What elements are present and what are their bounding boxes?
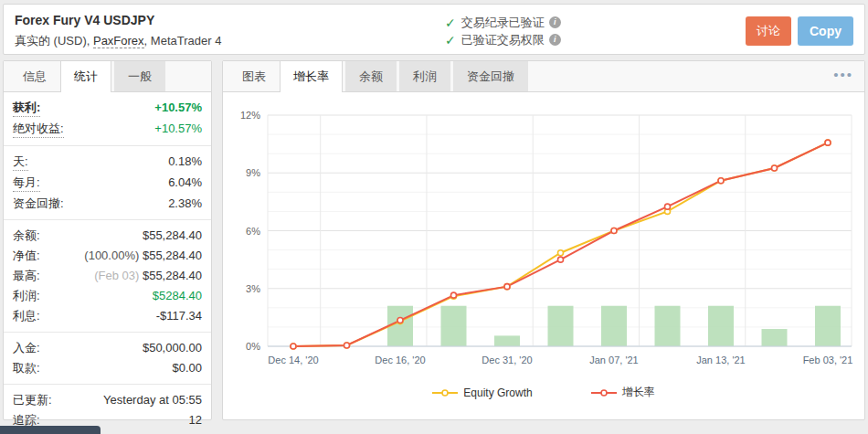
stat-label: 入金: bbox=[13, 340, 40, 356]
data-point bbox=[344, 343, 350, 348]
chart-panel: 图表增长率余额利润资金回撤••• 0%3%6%9%12%Dec 14, '20D… bbox=[222, 60, 865, 420]
legend-item[interactable]: Equity Growth bbox=[432, 385, 532, 400]
stat-value: $5284.40 bbox=[153, 288, 202, 304]
bar-8 bbox=[708, 306, 734, 346]
stat-label: 余额: bbox=[13, 228, 40, 244]
tab-statistics[interactable]: 统计 bbox=[60, 61, 111, 92]
x-axis-tick: Dec 14, '20 bbox=[268, 355, 318, 365]
data-point bbox=[504, 284, 510, 290]
data-point bbox=[665, 204, 671, 209]
divider bbox=[4, 384, 211, 385]
divider bbox=[4, 145, 211, 146]
check-icon: ✓ bbox=[445, 33, 456, 48]
stat-value: (100.00%) $55,284.40 bbox=[84, 248, 202, 264]
discuss-button[interactable]: 讨论 bbox=[746, 16, 791, 46]
copy-button[interactable]: Copy bbox=[798, 16, 853, 46]
tab-general[interactable]: 一般 bbox=[114, 61, 165, 91]
stat-value: $50,000.00 bbox=[143, 340, 202, 356]
stats-panel: 信息统计一般 获利:+10.57%绝对收益:+10.57%天:0.18%每月:6… bbox=[3, 60, 212, 420]
tab-chart[interactable]: 图表 bbox=[228, 61, 280, 91]
stat-label[interactable]: 获利: bbox=[13, 100, 40, 117]
data-point bbox=[611, 228, 617, 234]
stat-row-daily: 天:0.18% bbox=[4, 152, 211, 173]
stat-value-prefix: (Feb 03) bbox=[94, 269, 143, 282]
account-header: Forex Fury V4 USDJPY 真实的 (USD), PaxForex… bbox=[3, 4, 865, 55]
chart-legend: Equity Growth增长率 bbox=[223, 385, 864, 400]
verification-row: ✓交易纪录已验证i bbox=[445, 14, 561, 31]
data-point bbox=[825, 140, 831, 145]
legend-marker-icon bbox=[432, 388, 458, 397]
stat-value: +10.57% bbox=[154, 121, 202, 137]
stat-row-withdrawals: 取款:$0.00 bbox=[4, 358, 211, 378]
info-icon[interactable]: i bbox=[549, 34, 561, 46]
stat-label[interactable]: 每月: bbox=[13, 175, 40, 192]
stat-value: $55,284.40 bbox=[143, 228, 202, 244]
tab-growth[interactable]: 增长率 bbox=[280, 61, 343, 92]
y-axis-tick: 9% bbox=[246, 167, 260, 178]
stat-label[interactable]: 绝对收益: bbox=[13, 121, 64, 138]
stat-label: 取款: bbox=[13, 360, 40, 376]
stats-list: 获利:+10.57%绝对收益:+10.57%天:0.18%每月:6.04%资金回… bbox=[4, 92, 211, 430]
stat-row-monthly: 每月:6.04% bbox=[4, 173, 211, 194]
stat-row-balance: 余额:$55,284.40 bbox=[4, 226, 211, 246]
stat-value: 6.04% bbox=[168, 175, 202, 191]
stat-row-equity: 净值:(100.00%) $55,284.40 bbox=[4, 246, 211, 266]
legend-item[interactable]: 增长率 bbox=[591, 385, 655, 400]
stat-label: 利润: bbox=[13, 288, 40, 304]
stat-row-profit: 利润:$5284.40 bbox=[4, 286, 211, 306]
stat-value: +10.57% bbox=[154, 100, 202, 116]
platform-label: , MetaTrader 4 bbox=[144, 34, 222, 48]
stat-label[interactable]: 天: bbox=[13, 153, 28, 171]
legend-label: Equity Growth bbox=[463, 386, 532, 399]
divider bbox=[4, 332, 211, 333]
x-axis-tick: Jan 07, '21 bbox=[589, 355, 638, 365]
verification-label: 交易纪录已验证 bbox=[461, 15, 545, 31]
stat-value-prefix: (100.00%) bbox=[84, 249, 143, 262]
info-icon[interactable]: i bbox=[549, 16, 561, 28]
tab-drawdown[interactable]: 资金回撤 bbox=[453, 61, 528, 91]
stat-label: 最高: bbox=[13, 268, 40, 284]
stat-value: Yesterday at 05:55 bbox=[103, 392, 202, 408]
data-point bbox=[558, 257, 564, 262]
stat-label: 已更新: bbox=[13, 392, 52, 408]
stat-label: 利息: bbox=[13, 308, 40, 324]
tab-info[interactable]: 信息 bbox=[9, 61, 60, 91]
stat-label: 资金回撤: bbox=[13, 196, 64, 212]
stat-value: (Feb 03) $55,284.40 bbox=[94, 268, 202, 284]
divider bbox=[4, 219, 211, 220]
chart-tabbar: 图表增长率余额利润资金回撤••• bbox=[223, 61, 864, 92]
bar-5 bbox=[548, 306, 574, 346]
growth-chart: 0%3%6%9%12%Dec 14, '20Dec 16, '20Dec 31,… bbox=[223, 92, 864, 400]
tab-profit[interactable]: 利润 bbox=[399, 61, 450, 91]
chart-canvas: 0%3%6%9%12%Dec 14, '20Dec 16, '20Dec 31,… bbox=[223, 92, 864, 374]
legend-marker-icon bbox=[591, 388, 617, 397]
account-type: 真实的 (USD), bbox=[15, 34, 90, 48]
stat-row-highest: 最高:(Feb 03) $55,284.40 bbox=[4, 266, 211, 286]
tab-balance[interactable]: 余额 bbox=[345, 61, 397, 91]
data-point bbox=[558, 250, 564, 256]
x-axis-tick: Dec 31, '20 bbox=[482, 355, 532, 365]
stat-row-abs-gain: 绝对收益:+10.57% bbox=[4, 119, 211, 140]
account-title: Forex Fury V4 USDJPY bbox=[15, 13, 154, 27]
y-axis-tick: 0% bbox=[246, 341, 260, 352]
bar-4 bbox=[494, 335, 520, 346]
more-menu-icon[interactable]: ••• bbox=[833, 67, 853, 82]
bar-7 bbox=[655, 306, 681, 346]
y-axis-tick: 3% bbox=[246, 283, 260, 294]
stat-value: -$117.34 bbox=[156, 308, 202, 324]
verification-block: ✓交易纪录已验证i✓已验证交易权限i bbox=[445, 14, 561, 48]
stat-row-updated: 已更新:Yesterday at 05:55 bbox=[4, 390, 211, 410]
broker-link[interactable]: PaxForex bbox=[93, 34, 144, 48]
bar-3 bbox=[441, 306, 467, 346]
stat-value: 0.18% bbox=[168, 153, 202, 170]
x-axis-tick: Dec 16, '20 bbox=[375, 355, 425, 365]
data-point bbox=[291, 344, 296, 349]
stat-label: 净值: bbox=[13, 248, 40, 264]
data-point bbox=[718, 178, 724, 184]
stat-value: 2.38% bbox=[168, 196, 202, 212]
stat-row-deposits: 入金:$50,000.00 bbox=[4, 338, 211, 358]
account-subtitle: 真实的 (USD), PaxForex, MetaTrader 4 bbox=[15, 33, 221, 49]
data-point bbox=[772, 165, 778, 171]
stat-value: $0.00 bbox=[172, 360, 202, 376]
y-axis-tick: 12% bbox=[240, 110, 260, 121]
